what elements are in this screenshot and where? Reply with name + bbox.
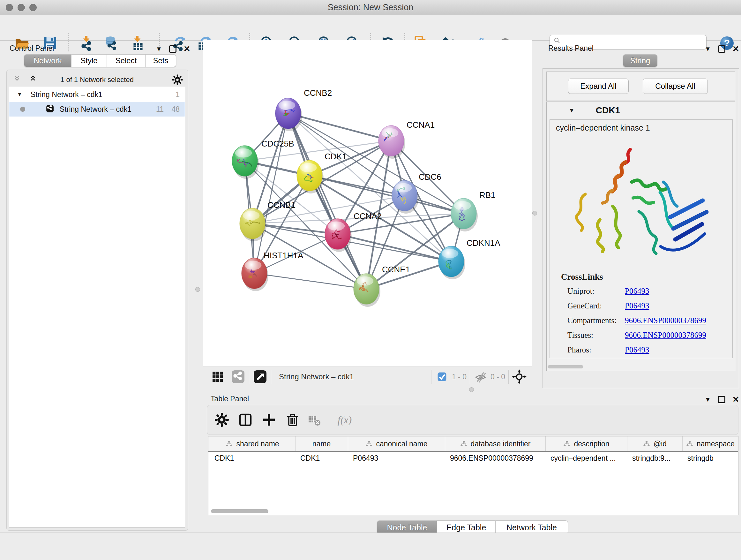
network-canvas[interactable]: CCNB2 CCNA1 CDC25B CDK1 CDC6 RB1 CCNB1 — [203, 40, 532, 367]
table-cell[interactable]: cyclin–dependent ... — [545, 452, 627, 464]
bottom-splitter-handle[interactable] — [469, 387, 474, 392]
network-node-HIST1H1A[interactable]: HIST1H1A — [242, 251, 304, 291]
panel-close-icon[interactable]: ✕ — [732, 46, 739, 52]
delete-column-icon[interactable] — [284, 411, 301, 428]
network-list: ▼ String Network – cdk1 1 String Network… — [9, 87, 185, 527]
crosslink-row: Pharos:P06493 — [567, 346, 727, 354]
network-node-CCNA1[interactable]: CCNA1 — [379, 120, 434, 159]
panel-menu-icon[interactable]: ▼ — [704, 396, 711, 403]
tab-string[interactable]: String — [623, 54, 657, 67]
node-label-CCNE1: CCNE1 — [382, 265, 410, 274]
network-edge[interactable] — [254, 273, 366, 289]
tree-icon — [365, 440, 373, 448]
panel-close-icon[interactable]: ✕ — [732, 397, 739, 402]
string-network-icon — [45, 104, 56, 115]
panel-menu-icon[interactable]: ▼ — [156, 45, 162, 53]
title-bar: Session: New Session — [0, 0, 741, 15]
import-database-button[interactable] — [102, 34, 121, 53]
collapse-all-button[interactable]: Collapse All — [643, 78, 708, 94]
table-cell[interactable]: P06493 — [348, 452, 445, 464]
column-header-description[interactable]: description — [545, 436, 627, 451]
share-mode-icon[interactable] — [230, 369, 246, 384]
crosshair-icon[interactable] — [512, 369, 527, 384]
column-header-name[interactable]: name — [295, 436, 348, 451]
table-cell[interactable]: CDK1 — [295, 452, 348, 464]
crosslink-row: Uniprot:P06493 — [567, 287, 727, 296]
network-node-CDKN1A[interactable]: CDKN1A — [439, 238, 500, 279]
crosslink-value-link[interactable]: P06493 — [625, 346, 649, 354]
panel-float-icon[interactable] — [718, 45, 725, 53]
control-panel-tabs: NetworkStyleSelectSets — [24, 54, 176, 67]
collection-count: 1 — [176, 90, 180, 99]
crosslinks-heading: CrossLinks — [561, 272, 603, 282]
crosslink-row: GeneCard:P06493 — [567, 301, 727, 310]
network-options-gear-icon[interactable] — [172, 74, 183, 85]
column-header-label: description — [574, 440, 609, 448]
column-header-databaseidentifier[interactable]: database identifier — [445, 436, 546, 451]
column-header-label: namespace — [697, 440, 735, 448]
birdseye-view-icon[interactable] — [253, 369, 268, 384]
selected-checkbox-icon[interactable] — [434, 369, 449, 384]
table-hscrollbar[interactable] — [211, 509, 268, 513]
panel-menu-icon[interactable]: ▼ — [704, 45, 711, 53]
table-cell[interactable]: stringdb — [682, 452, 738, 464]
column-header-namespace[interactable]: namespace — [682, 436, 738, 451]
import-network-button[interactable] — [77, 34, 96, 53]
tree-icon — [643, 440, 650, 448]
crosslink-value-link[interactable]: P06493 — [625, 287, 649, 296]
network-node-RB1[interactable]: RB1 — [451, 190, 495, 232]
collection-row[interactable]: ▼ String Network – cdk1 1 — [9, 87, 185, 102]
show-columns-icon[interactable] — [237, 411, 254, 428]
control-panel-title: Control Panel — [10, 44, 54, 53]
tab-network[interactable]: Network — [24, 54, 71, 67]
column-header-id[interactable]: @id — [627, 436, 683, 451]
status-bar: Memory — [0, 533, 741, 560]
gene-collapse-icon[interactable]: ▼ — [569, 107, 575, 114]
collection-expand-icon[interactable]: ▼ — [17, 91, 22, 98]
gene-header-row[interactable]: ▼ CDK1 — [546, 103, 735, 118]
right-splitter-handle[interactable] — [532, 211, 537, 215]
table-cell[interactable]: CDK1 — [209, 452, 295, 464]
node-label-CCNA1: CCNA1 — [407, 120, 434, 130]
table-cell[interactable]: 9606.ENSP00000378699 — [445, 452, 545, 464]
table-settings-gear-icon[interactable] — [213, 411, 230, 428]
gene-description: cyclin–dependent kinase 1 — [556, 123, 650, 132]
column-header-label: database identifier — [471, 440, 531, 448]
network-node-CCNE1[interactable]: CCNE1 — [354, 265, 410, 307]
add-column-icon[interactable] — [260, 411, 278, 428]
column-header-canonicalname[interactable]: canonical name — [348, 436, 445, 451]
table-header-row: shared namenamecanonical namedatabase id… — [208, 436, 738, 452]
network-row[interactable]: String Network – cdk1 11 48 — [9, 102, 185, 117]
import-table-button[interactable] — [128, 34, 147, 53]
left-splitter-handle[interactable] — [195, 287, 200, 292]
gene-name: CDK1 — [596, 105, 620, 116]
tab-sets[interactable]: Sets — [145, 54, 176, 67]
column-header-sharedname[interactable]: shared name — [209, 436, 295, 451]
network-graph[interactable]: CCNB2 CCNA1 CDC25B CDK1 CDC6 RB1 CCNB1 — [203, 40, 532, 367]
network-edge[interactable] — [288, 113, 366, 289]
tab-select[interactable]: Select — [107, 54, 145, 67]
grid-mode-icon[interactable] — [210, 369, 225, 384]
selected-counts: 1 - 0 — [452, 373, 467, 381]
expand-all-button[interactable]: Expand All — [568, 78, 629, 94]
crosslink-value-link[interactable]: P06493 — [625, 301, 649, 310]
network-edge-count: 48 — [172, 105, 180, 114]
crosslink-value-link[interactable]: 9606.ENSP00000378699 — [625, 331, 706, 340]
cytoscape-window: Session: New Session ? Control Panel ▼ ✕… — [0, 0, 741, 560]
network-edge[interactable] — [254, 113, 288, 273]
crosslink-row: Tissues:9606.ENSP00000378699 — [567, 331, 727, 340]
node-label-CCNA2: CCNA2 — [354, 211, 382, 221]
tab-style[interactable]: Style — [71, 54, 107, 67]
crosslink-value-link[interactable]: 9606.ENSP00000378699 — [625, 316, 706, 325]
crosslink-label: Compartments: — [567, 316, 616, 325]
panel-close-icon[interactable]: ✕ — [184, 46, 191, 52]
table-cell[interactable]: stringdb:9... — [627, 452, 682, 464]
crosslink-row: Compartments:9606.ENSP00000378699 — [567, 316, 727, 325]
panel-float-icon[interactable] — [169, 45, 177, 53]
network-node-CDC6[interactable]: CDC6 — [392, 172, 441, 213]
panel-float-icon[interactable] — [718, 396, 725, 403]
toolbar-separator — [68, 33, 69, 51]
table-panel-title: Table Panel — [211, 395, 249, 403]
node-table[interactable]: shared namenamecanonical namedatabase id… — [208, 436, 738, 515]
results-hscrollbar[interactable] — [548, 365, 583, 368]
